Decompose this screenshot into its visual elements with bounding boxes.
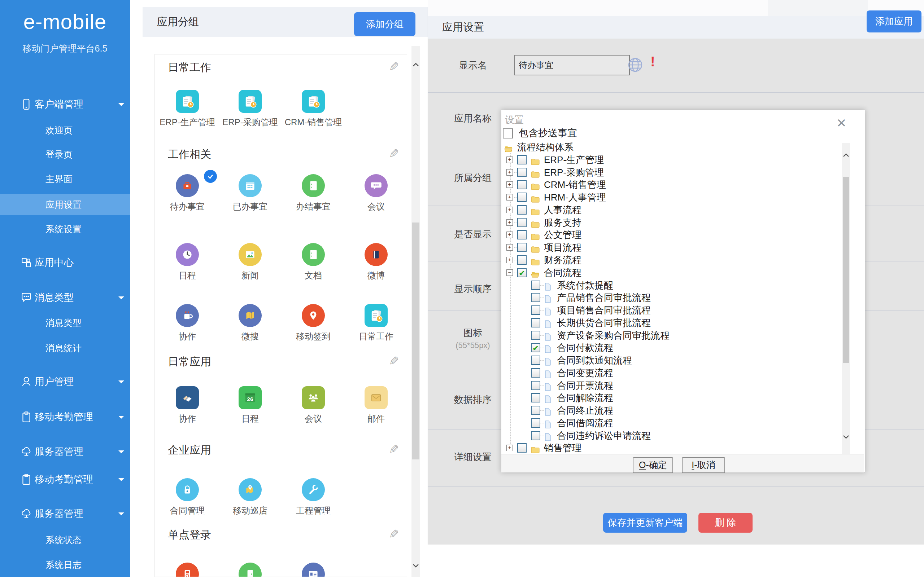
edit-pencil-icon[interactable]: ✎ bbox=[389, 60, 399, 74]
app-tile[interactable]: 移动签到 bbox=[283, 304, 344, 342]
app-tile[interactable]: 合同管理 bbox=[157, 478, 218, 516]
tree-scrollbar-thumb[interactable] bbox=[843, 177, 849, 363]
cancel-button[interactable]: I-取消 bbox=[682, 457, 725, 473]
sidebar-item-system-status[interactable]: 系统状态 bbox=[0, 529, 130, 550]
app-tile[interactable]: 会议 bbox=[346, 174, 407, 213]
scrollbar-thumb[interactable] bbox=[412, 222, 419, 459]
app-tile[interactable]: ERP-采购管理 bbox=[220, 90, 281, 128]
app-tile[interactable]: 协作 bbox=[157, 386, 218, 424]
edit-pencil-icon[interactable]: ✎ bbox=[389, 147, 399, 161]
tree-checkbox[interactable] bbox=[517, 180, 527, 189]
scroll-down-icon[interactable] bbox=[843, 435, 849, 440]
tree-node[interactable]: 合同变更流程 bbox=[501, 367, 841, 379]
sidebar-item-system-log[interactable]: 系统日志 bbox=[0, 554, 130, 575]
tree-node[interactable]: 资产设备采购合同审批流程 bbox=[501, 329, 841, 342]
app-tile[interactable]: 26 日程 bbox=[220, 386, 281, 424]
tree-node[interactable]: 合同到款通知流程 bbox=[501, 354, 841, 366]
tree-checkbox[interactable] bbox=[517, 218, 527, 227]
sidebar-item-user-mgmt[interactable]: 用户管理 bbox=[0, 371, 130, 392]
tree-checkbox[interactable] bbox=[517, 155, 527, 164]
tree-checkbox[interactable] bbox=[517, 243, 527, 252]
sidebar-item-server-mgmt[interactable]: 服务器管理 bbox=[0, 441, 130, 462]
collapse-icon[interactable] bbox=[506, 269, 513, 276]
tree-checkbox-checked[interactable] bbox=[531, 343, 540, 352]
tree-checkbox[interactable] bbox=[531, 318, 540, 327]
sidebar-item-message-stats[interactable]: 消息统计 bbox=[0, 338, 130, 358]
expand-icon[interactable] bbox=[506, 219, 513, 226]
sidebar-item-main-ui[interactable]: 主界面 bbox=[0, 168, 130, 189]
sidebar-item-app-center[interactable]: 应用中心 bbox=[0, 252, 130, 273]
sidebar-item-message-types[interactable]: 消息类型 bbox=[0, 287, 130, 308]
sidebar-item-app-settings[interactable]: 应用设置 bbox=[0, 194, 130, 215]
app-tile[interactable]: 办结事宜 bbox=[283, 174, 344, 213]
tree-checkbox[interactable] bbox=[531, 368, 540, 377]
add-group-button[interactable]: 添加分组 bbox=[354, 12, 415, 36]
globe-icon[interactable] bbox=[627, 56, 643, 73]
expand-icon[interactable] bbox=[506, 206, 513, 213]
app-tile[interactable]: 微搜 bbox=[220, 304, 281, 342]
tree-node[interactable]: 合同违约诉讼申请流程 bbox=[501, 429, 841, 442]
expand-icon[interactable] bbox=[506, 181, 513, 188]
save-update-client-button[interactable]: 保存并更新客户端 bbox=[603, 513, 687, 533]
tree-node[interactable]: 长期供货合同审批流程 bbox=[501, 317, 841, 329]
app-tile[interactable] bbox=[220, 562, 281, 577]
tree-node[interactable]: CRM-销售管理 bbox=[501, 179, 841, 191]
tree-checkbox[interactable] bbox=[517, 255, 527, 265]
tree-node[interactable]: 流程结构体系 bbox=[501, 141, 841, 153]
tree-node[interactable]: 合同流程 bbox=[501, 266, 841, 279]
app-tile[interactable]: 工程管理 bbox=[283, 478, 344, 516]
app-tile[interactable]: 文档 bbox=[283, 243, 344, 281]
tree-checkbox[interactable] bbox=[531, 305, 540, 315]
app-tile[interactable]: 协作 bbox=[157, 304, 218, 342]
include-cc-checkbox[interactable] bbox=[503, 128, 513, 139]
expand-icon[interactable] bbox=[506, 257, 513, 263]
scroll-up-icon[interactable] bbox=[412, 62, 419, 67]
scroll-up-icon[interactable] bbox=[843, 153, 849, 158]
add-app-button[interactable]: 添加应用 bbox=[867, 10, 921, 32]
tree-node[interactable]: 合同终止流程 bbox=[501, 404, 841, 416]
tree-node[interactable]: 公文管理 bbox=[501, 229, 841, 241]
tree-node[interactable]: ERP-采购管理 bbox=[501, 166, 841, 179]
sidebar-item-message-type[interactable]: 消息类型 bbox=[0, 312, 130, 333]
tree-node[interactable]: 合同借阅流程 bbox=[501, 417, 841, 429]
delete-button[interactable]: 删 除 bbox=[698, 513, 753, 533]
tree-checkbox[interactable] bbox=[517, 230, 527, 239]
tree-checkbox[interactable] bbox=[517, 205, 527, 214]
tree-checkbox[interactable] bbox=[531, 406, 540, 415]
tree-checkbox[interactable] bbox=[531, 393, 540, 403]
app-tile[interactable] bbox=[157, 562, 218, 577]
tree-node[interactable]: 合同解除流程 bbox=[501, 392, 841, 404]
tree-checkbox[interactable] bbox=[531, 418, 540, 428]
close-icon[interactable]: ✕ bbox=[836, 116, 847, 130]
tree-node[interactable]: 项目流程 bbox=[501, 241, 841, 253]
expand-icon[interactable] bbox=[506, 156, 513, 163]
tree-checkbox[interactable] bbox=[517, 168, 527, 177]
sidebar-item-server-mgmt-2[interactable]: 服务器管理 bbox=[0, 503, 130, 524]
tree-node[interactable]: 销售管理 bbox=[501, 442, 841, 454]
tree-node[interactable]: 系统付款提醒 bbox=[501, 279, 841, 292]
expand-icon[interactable] bbox=[506, 445, 513, 451]
app-tile[interactable]: 邮件 bbox=[346, 386, 407, 424]
tree-checkbox[interactable] bbox=[531, 280, 540, 290]
expand-icon[interactable] bbox=[506, 244, 513, 251]
sidebar-item-attendance-mgmt[interactable]: 移动考勤管理 bbox=[0, 406, 130, 427]
tree-node[interactable]: 合同付款流程 bbox=[501, 342, 841, 354]
sidebar-item-welcome-page[interactable]: 欢迎页 bbox=[0, 120, 130, 141]
app-tile[interactable]: 移动巡店 bbox=[220, 478, 281, 516]
display-name-input[interactable] bbox=[514, 55, 630, 76]
app-tile[interactable]: 待办事宜 bbox=[157, 174, 218, 213]
tree-checkbox-checked[interactable] bbox=[517, 268, 527, 277]
expand-icon[interactable] bbox=[506, 232, 513, 238]
tree-checkbox[interactable] bbox=[531, 356, 540, 365]
app-tile[interactable]: 新闻 bbox=[220, 243, 281, 281]
app-tile[interactable]: 微博 bbox=[346, 243, 407, 281]
app-tile[interactable] bbox=[283, 562, 344, 577]
expand-icon[interactable] bbox=[506, 194, 513, 200]
tree-checkbox[interactable] bbox=[531, 293, 540, 302]
edit-pencil-icon[interactable]: ✎ bbox=[389, 442, 399, 456]
tree-node[interactable]: ERP-生产管理 bbox=[501, 154, 841, 166]
sidebar-item-login-page[interactable]: 登录页 bbox=[0, 144, 130, 165]
expand-icon[interactable] bbox=[506, 169, 513, 176]
sidebar-item-system-settings[interactable]: 系统设置 bbox=[0, 219, 130, 239]
edit-pencil-icon[interactable]: ✎ bbox=[389, 354, 399, 368]
